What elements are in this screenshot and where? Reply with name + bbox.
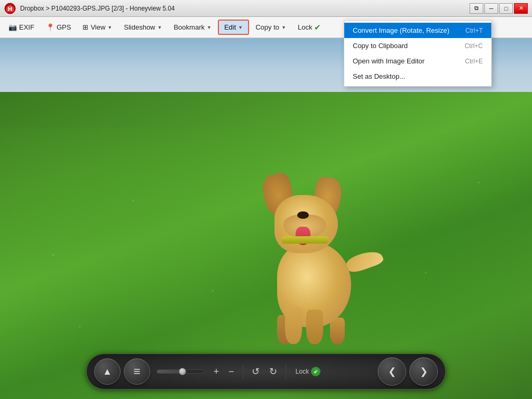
image-content <box>0 38 532 399</box>
gps-label: GPS <box>57 23 71 31</box>
bottom-toolbar: ▲ ≡ + − ↺ ↻ Lock ✔ <box>86 354 446 389</box>
edit-dropdown-menu: Convert Image (Rotate, Resize) Ctrl+T Co… <box>344 20 492 87</box>
zoom-in-button[interactable]: + <box>210 364 223 379</box>
dropdown-item-convert[interactable]: Convert Image (Rotate, Resize) Ctrl+T <box>344 23 491 38</box>
dog-nose <box>297 211 309 219</box>
window-controls: ⧉ ─ □ ✕ <box>470 3 528 14</box>
set-desktop-label: Set as Desktop... <box>353 72 405 80</box>
title-bar: H Dropbox > P1040293-GPS.JPG [2/3] - Hon… <box>0 0 532 17</box>
menu-lock[interactable]: Lock ✔ <box>292 20 326 35</box>
slideshow-label: Slideshow <box>124 23 155 31</box>
minus-icon: − <box>228 366 234 377</box>
window-title: Dropbox > P1040293-GPS.JPG [2/3] - Honey… <box>20 5 470 12</box>
view-arrow-icon: ▼ <box>107 25 112 30</box>
next-icon: ❯ <box>420 366 428 377</box>
zoom-out-button[interactable]: − <box>225 364 237 379</box>
toolbar-separator-1 <box>243 364 243 379</box>
eject-button[interactable]: ▲ <box>94 358 121 385</box>
menu-view[interactable]: ⊞ View ▼ <box>77 21 117 34</box>
rotate-left-button[interactable]: ↺ <box>249 364 263 379</box>
next-button[interactable]: ❯ <box>409 357 438 386</box>
lock-label: Lock <box>298 23 312 31</box>
rotate-right-button[interactable]: ↻ <box>266 364 280 379</box>
eject-icon: ▲ <box>103 366 112 377</box>
dropdown-item-set-desktop[interactable]: Set as Desktop... <box>344 69 491 84</box>
bookmark-arrow-icon: ▼ <box>207 25 212 30</box>
plus-icon: + <box>214 366 219 377</box>
menu-button[interactable]: ≡ <box>124 358 150 385</box>
dog-collar <box>281 236 329 244</box>
slideshow-arrow-icon: ▼ <box>158 25 162 30</box>
rotate-left-icon: ↺ <box>252 366 260 377</box>
app-logo-icon: H <box>4 3 16 14</box>
rotate-right-icon: ↻ <box>269 366 277 377</box>
convert-image-label: Convert Image (Rotate, Resize) <box>353 26 450 34</box>
location-icon: 📍 <box>46 23 54 31</box>
prev-icon: ❮ <box>388 366 396 377</box>
open-editor-label: Open with Image Editor <box>353 57 425 65</box>
dog-tail <box>344 247 384 275</box>
convert-shortcut: Ctrl+T <box>465 27 483 34</box>
view-icon: ⊞ <box>82 23 88 31</box>
lock-toolbar-button[interactable]: Lock ✔ <box>291 365 325 378</box>
copy-clipboard-label: Copy to Clipboard <box>353 42 408 50</box>
menu-slideshow[interactable]: Slideshow ▼ <box>118 21 167 34</box>
lock-check-icon: ✔ <box>314 23 321 32</box>
minimize-button[interactable]: ─ <box>484 3 498 14</box>
zoom-slider[interactable] <box>157 369 204 374</box>
edit-label: Edit <box>224 23 236 31</box>
exif-label: EXIF <box>19 23 34 31</box>
copyto-arrow-icon: ▼ <box>281 25 286 30</box>
edit-arrow-icon: ▼ <box>238 25 243 30</box>
maximize-button[interactable]: □ <box>499 3 513 14</box>
svg-text:H: H <box>8 6 12 12</box>
menu-exif[interactable]: 📷 EXIF <box>3 21 40 34</box>
copyto-label: Copy to <box>255 23 279 31</box>
menu-bookmark[interactable]: Bookmark ▼ <box>168 21 216 34</box>
lock-check-toolbar-icon: ✔ <box>311 367 320 376</box>
image-display-area: ▲ ≡ + − ↺ ↻ Lock ✔ <box>0 38 532 399</box>
dog-leg-front-right <box>306 310 323 344</box>
menu-edit[interactable]: Edit ▼ <box>218 20 249 35</box>
restore-button[interactable]: ⧉ <box>470 3 483 14</box>
dog-figure <box>245 169 383 348</box>
dropdown-item-copy-clipboard[interactable]: Copy to Clipboard Ctrl+C <box>344 38 491 53</box>
bookmark-label: Bookmark <box>173 23 205 31</box>
copy-clipboard-shortcut: Ctrl+C <box>465 42 483 50</box>
menu-gps[interactable]: 📍 GPS <box>41 21 76 34</box>
close-button[interactable]: ✕ <box>514 3 528 14</box>
dog-leg-front-left <box>285 307 302 344</box>
open-editor-shortcut: Ctrl+E <box>465 58 483 65</box>
hamburger-icon: ≡ <box>134 365 141 378</box>
view-label: View <box>90 23 105 31</box>
lock-toolbar-label: Lock <box>296 368 309 375</box>
prev-button[interactable]: ❮ <box>378 357 406 386</box>
camera-icon: 📷 <box>8 23 17 31</box>
slider-thumb[interactable] <box>179 368 186 375</box>
toolbar-separator-2 <box>286 364 286 379</box>
dropdown-item-open-editor[interactable]: Open with Image Editor Ctrl+E <box>344 53 491 69</box>
menu-copyto[interactable]: Copy to ▼ <box>250 21 291 34</box>
